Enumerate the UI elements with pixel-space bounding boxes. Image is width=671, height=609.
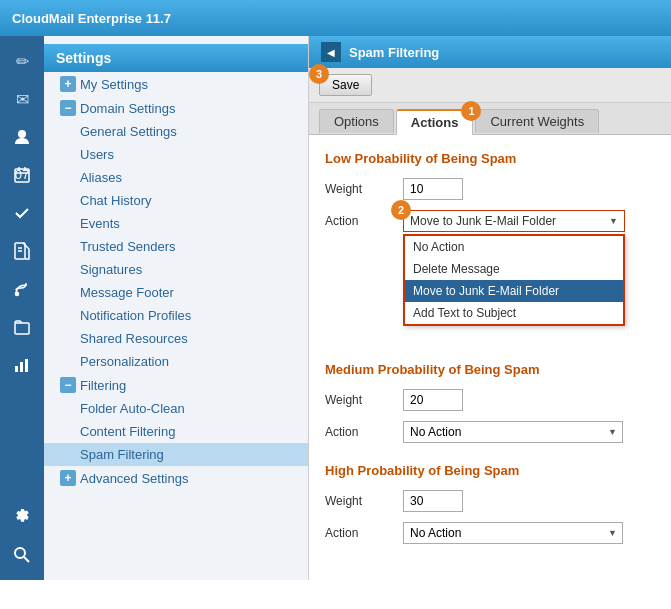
high-prob-weight-row: Weight	[325, 490, 655, 512]
tab-actions-label: Actions	[411, 115, 459, 130]
medium-prob-weight-input[interactable]	[403, 389, 463, 411]
collapse-domain-settings-icon: −	[60, 100, 76, 116]
sidebar-item-notification-profiles[interactable]: Notification Profiles	[44, 304, 308, 327]
expand-my-settings-icon: +	[60, 76, 76, 92]
svg-line-15	[24, 557, 29, 562]
medium-prob-section: Medium Probability of Being Spam Weight …	[325, 362, 655, 443]
main-layout: ✏ ✉ 07	[0, 36, 671, 580]
high-prob-action-row: Action No Action Delete Message Move to …	[325, 522, 655, 544]
sidebar-label-events: Events	[80, 216, 120, 231]
low-prob-dropdown-arrow: ▼	[603, 213, 624, 229]
files-icon-btn[interactable]	[4, 234, 40, 268]
expand-advanced-settings-icon: +	[60, 470, 76, 486]
top-bar: CloudMail Enterprise 11.7	[0, 0, 671, 36]
contacts-icon-btn[interactable]	[4, 120, 40, 154]
high-prob-action-select-wrapper[interactable]: No Action Delete Message Move to Junk E-…	[403, 522, 623, 544]
high-prob-weight-label: Weight	[325, 494, 395, 508]
search-icon-btn[interactable]	[4, 538, 40, 572]
sidebar-label-content-filtering: Content Filtering	[80, 424, 175, 439]
svg-point-9	[16, 293, 19, 296]
reports-icon-btn[interactable]	[4, 348, 40, 382]
app-container: CloudMail Enterprise 11.7 ✏ ✉ 07	[0, 0, 671, 580]
low-prob-action-container: 2 Move to Junk E-Mail Folder ▼ No Action…	[403, 210, 625, 232]
sidebar-item-general-settings[interactable]: General Settings	[44, 120, 308, 143]
sidebar: Settings + My Settings − Domain Settings…	[44, 36, 309, 580]
sidebar-header: Settings	[44, 44, 308, 72]
dropdown-option-add-text[interactable]: Add Text to Subject	[405, 302, 623, 324]
tab-current-weights-label: Current Weights	[490, 114, 584, 129]
sidebar-label-chat-history: Chat History	[80, 193, 152, 208]
folders-icon-btn[interactable]	[4, 310, 40, 344]
sidebar-label-signatures: Signatures	[80, 262, 142, 277]
svg-text:07: 07	[15, 167, 29, 182]
dropdown-option-no-action[interactable]: No Action	[405, 236, 623, 258]
sidebar-item-shared-resources[interactable]: Shared Resources	[44, 327, 308, 350]
svg-rect-13	[25, 359, 28, 372]
sidebar-item-trusted-senders[interactable]: Trusted Senders	[44, 235, 308, 258]
calendar-icon-btn[interactable]: 07	[4, 158, 40, 192]
high-prob-title: High Probability of Being Spam	[325, 463, 655, 478]
sidebar-item-chat-history[interactable]: Chat History	[44, 189, 308, 212]
sidebar-label-filtering: Filtering	[80, 378, 126, 393]
settings-icon-btn[interactable]	[4, 500, 40, 534]
compose-icon-btn[interactable]: ✏	[4, 44, 40, 78]
medium-prob-action-select-wrapper[interactable]: No Action Delete Message Move to Junk E-…	[403, 421, 623, 443]
badge-2: 2	[391, 200, 411, 220]
dropdown-option-delete-message[interactable]: Delete Message	[405, 258, 623, 280]
sidebar-item-domain-settings[interactable]: − Domain Settings	[44, 96, 308, 120]
low-prob-action-select-display[interactable]: Move to Junk E-Mail Folder ▼	[403, 210, 625, 232]
svg-point-0	[18, 130, 26, 138]
sidebar-item-my-settings[interactable]: + My Settings	[44, 72, 308, 96]
sidebar-label-folder-auto-clean: Folder Auto-Clean	[80, 401, 185, 416]
collapse-filtering-icon: −	[60, 377, 76, 393]
sidebar-item-filtering[interactable]: − Filtering	[44, 373, 308, 397]
sidebar-label-trusted-senders: Trusted Senders	[80, 239, 176, 254]
tasks-icon-btn[interactable]	[4, 196, 40, 230]
high-prob-action-select[interactable]: No Action Delete Message Move to Junk E-…	[403, 522, 623, 544]
sidebar-label-spam-filtering: Spam Filtering	[80, 447, 164, 462]
medium-prob-weight-row: Weight	[325, 389, 655, 411]
sidebar-label-message-footer: Message Footer	[80, 285, 174, 300]
tab-current-weights[interactable]: Current Weights	[475, 109, 599, 133]
collapse-sidebar-button[interactable]: ◀	[321, 42, 341, 62]
mail-icon-btn[interactable]: ✉	[4, 82, 40, 116]
sidebar-item-events[interactable]: Events	[44, 212, 308, 235]
dropdown-option-move-junk[interactable]: Move to Junk E-Mail Folder	[405, 280, 623, 302]
sidebar-item-aliases[interactable]: Aliases	[44, 166, 308, 189]
feeds-icon-btn[interactable]	[4, 272, 40, 306]
toolbar: 3 Save	[309, 68, 671, 103]
low-prob-action-row: Action 2 Move to Junk E-Mail Folder ▼ No…	[325, 210, 655, 232]
low-prob-title: Low Probability of Being Spam	[325, 151, 655, 166]
sidebar-item-content-filtering[interactable]: Content Filtering	[44, 420, 308, 443]
medium-prob-action-row: Action No Action Delete Message Move to …	[325, 421, 655, 443]
sidebar-item-personalization[interactable]: Personalization	[44, 350, 308, 373]
svg-rect-10	[15, 323, 29, 334]
medium-prob-weight-label: Weight	[325, 393, 395, 407]
sidebar-label-domain-settings: Domain Settings	[80, 101, 175, 116]
sidebar-label-shared-resources: Shared Resources	[80, 331, 188, 346]
sidebar-label-aliases: Aliases	[80, 170, 122, 185]
low-prob-dropdown-popup: No Action Delete Message Move to Junk E-…	[403, 234, 625, 326]
low-prob-weight-label: Weight	[325, 182, 395, 196]
low-prob-weight-input[interactable]	[403, 178, 463, 200]
content-header: ◀ Spam Filtering	[309, 36, 671, 68]
sidebar-item-spam-filtering[interactable]: Spam Filtering	[44, 443, 308, 466]
low-prob-weight-row: Weight	[325, 178, 655, 200]
content-title: Spam Filtering	[349, 45, 439, 60]
medium-prob-action-label: Action	[325, 425, 395, 439]
high-prob-weight-input[interactable]	[403, 490, 463, 512]
sidebar-item-message-footer[interactable]: Message Footer	[44, 281, 308, 304]
high-prob-section: High Probability of Being Spam Weight Ac…	[325, 463, 655, 544]
low-prob-selected-value: Move to Junk E-Mail Folder	[404, 211, 603, 231]
medium-prob-title: Medium Probability of Being Spam	[325, 362, 655, 377]
medium-prob-action-select[interactable]: No Action Delete Message Move to Junk E-…	[403, 421, 623, 443]
badge-3: 3	[309, 64, 329, 84]
sidebar-item-users[interactable]: Users	[44, 143, 308, 166]
sidebar-item-folder-auto-clean[interactable]: Folder Auto-Clean	[44, 397, 308, 420]
sidebar-label-notification-profiles: Notification Profiles	[80, 308, 191, 323]
tab-options-label: Options	[334, 114, 379, 129]
sidebar-item-advanced-settings[interactable]: + Advanced Settings	[44, 466, 308, 490]
sidebar-item-signatures[interactable]: Signatures	[44, 258, 308, 281]
sidebar-label-advanced-settings: Advanced Settings	[80, 471, 188, 486]
tab-options[interactable]: Options	[319, 109, 394, 133]
